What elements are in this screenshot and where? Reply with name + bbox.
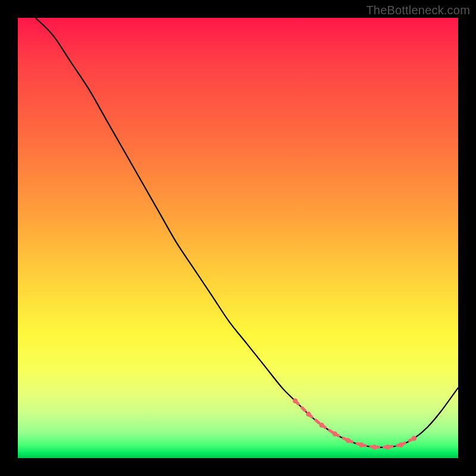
plot-area [18, 18, 458, 458]
optimal-range-dot [306, 412, 311, 416]
watermark-text: TheBottleneck.com [366, 4, 470, 17]
optimal-range-dot [319, 422, 324, 427]
optimal-range-dot [359, 443, 364, 447]
bottleneck-curve [36, 18, 458, 447]
optimal-range-markers [293, 399, 416, 450]
optimal-range-dot [293, 399, 298, 403]
optimal-range-dot [333, 431, 337, 436]
curve-layer [18, 18, 458, 458]
optimal-range-dash [308, 414, 321, 425]
chart-frame: TheBottleneck.com [0, 0, 476, 476]
optimal-range-dot [372, 444, 377, 449]
optimal-range-dot [385, 444, 390, 449]
optimal-range-dot [346, 438, 350, 443]
optimal-range-dot [412, 436, 416, 441]
optimal-range-dot [399, 443, 403, 447]
